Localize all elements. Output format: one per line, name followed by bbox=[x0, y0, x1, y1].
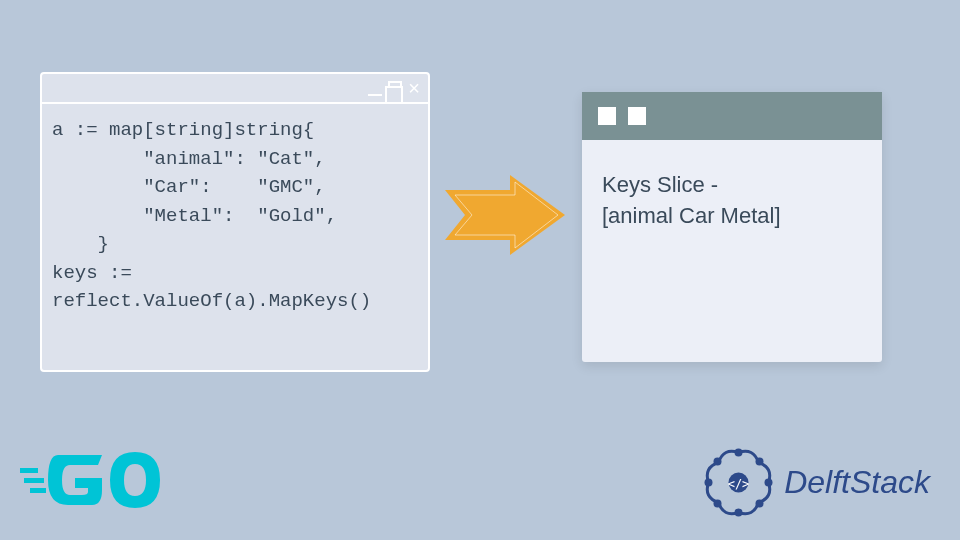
code-line: "Metal": "Gold", bbox=[52, 205, 337, 227]
output-line: Keys Slice - bbox=[602, 170, 862, 201]
go-logo bbox=[20, 440, 180, 520]
output-line: [animal Car Metal] bbox=[602, 201, 862, 232]
svg-point-11 bbox=[705, 479, 713, 487]
svg-point-7 bbox=[765, 479, 773, 487]
code-line: reflect.ValueOf(a).MapKeys() bbox=[52, 290, 371, 312]
output-body: Keys Slice - [animal Car Metal] bbox=[582, 140, 882, 262]
output-titlebar bbox=[582, 92, 882, 140]
code-body: a := map[string]string{ "animal": "Cat",… bbox=[42, 104, 428, 328]
code-line: "Car": "GMC", bbox=[52, 176, 326, 198]
delftstack-icon: </> bbox=[701, 445, 776, 520]
output-window: Keys Slice - [animal Car Metal] bbox=[582, 92, 882, 362]
svg-rect-2 bbox=[30, 488, 46, 493]
svg-point-9 bbox=[735, 509, 743, 517]
code-line: "animal": "Cat", bbox=[52, 148, 326, 170]
code-titlebar: × bbox=[42, 74, 428, 104]
svg-point-10 bbox=[714, 500, 722, 508]
code-line: a := map[string]string{ bbox=[52, 119, 314, 141]
window-dot-icon bbox=[628, 107, 646, 125]
svg-point-8 bbox=[756, 500, 764, 508]
svg-rect-0 bbox=[20, 468, 38, 473]
maximize-icon bbox=[388, 81, 402, 95]
svg-point-6 bbox=[756, 458, 764, 466]
code-line: keys := bbox=[52, 262, 132, 284]
svg-point-12 bbox=[714, 458, 722, 466]
close-icon: × bbox=[408, 81, 420, 95]
code-line: } bbox=[52, 233, 109, 255]
minimize-icon bbox=[368, 86, 382, 96]
svg-rect-1 bbox=[24, 478, 44, 483]
code-window: × a := map[string]string{ "animal": "Cat… bbox=[40, 72, 430, 372]
delftstack-label: DelftStack bbox=[784, 464, 930, 501]
arrow-icon bbox=[440, 170, 570, 260]
svg-text:</>: </> bbox=[728, 477, 750, 491]
window-dot-icon bbox=[598, 107, 616, 125]
svg-point-5 bbox=[735, 449, 743, 457]
delftstack-logo: </> DelftStack bbox=[701, 445, 930, 520]
